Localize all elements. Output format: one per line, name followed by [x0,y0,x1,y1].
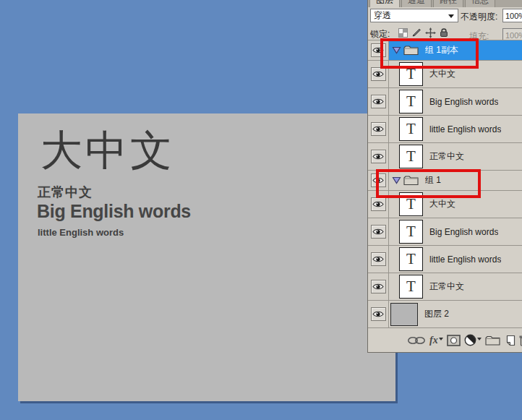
expand-triangle-icon[interactable] [392,176,401,184]
text-layer-thumbnail[interactable]: T [399,192,423,216]
layer-row[interactable]: Tlittle English words [368,116,522,143]
layer-name[interactable]: little English words [429,254,501,265]
visibility-cell [368,143,389,170]
layer-row[interactable]: Tlittle English words [368,246,522,273]
eye-icon [372,200,384,208]
layer-thumbnail[interactable] [390,303,418,326]
visibility-toggle[interactable] [371,307,386,321]
layer-row-content[interactable]: T正常中文 [389,273,522,300]
eye-icon [372,125,384,133]
text-thumb-glyph: T [406,120,416,138]
link-layers-icon[interactable] [407,336,426,345]
layer-row-content[interactable]: Tlittle English words [389,246,522,273]
visibility-cell [368,218,389,245]
adjustment-layer-icon[interactable] [464,334,482,346]
canvas-text-big-english: Big English words [37,201,191,222]
layer-name[interactable]: 正常中文 [429,150,464,163]
text-layer-thumbnail[interactable]: T [399,220,423,244]
eye-icon [372,255,384,263]
tab-layers[interactable]: 图层 [369,0,400,7]
eye-icon [372,176,384,184]
visibility-cell [368,273,389,300]
layer-row-content[interactable]: 图层 2 [389,301,522,327]
visibility-cell [368,191,389,218]
layer-group-row[interactable]: 组 1 [368,171,522,191]
tab-channels[interactable]: 通道 [401,0,432,7]
layer-row[interactable]: 图层 2 [368,301,522,328]
visibility-cell [368,61,389,87]
lock-position-icon[interactable] [425,27,436,38]
layer-name[interactable]: 组 1副本 [425,44,458,56]
tab-info[interactable]: 信息 [465,0,495,7]
layer-row-content[interactable]: TBig English words [389,218,522,245]
opacity-value[interactable]: 100% [502,9,522,22]
text-layer-thumbnail[interactable]: T [399,117,423,141]
layer-name[interactable]: Big English words [429,227,498,237]
layer-row-content[interactable]: T正常中文 [389,143,522,170]
tab-paths[interactable]: 路径 [433,0,463,7]
layer-mask-icon[interactable] [447,335,461,346]
eye-icon [372,70,384,78]
visibility-cell [368,301,389,327]
eye-icon [372,98,384,106]
canvas-text-little-english: little English words [38,227,124,238]
visibility-toggle[interactable] [371,67,386,81]
layer-row-content[interactable]: Tlittle English words [389,116,522,142]
visibility-cell [368,40,389,60]
layer-style-fx-icon[interactable]: fx [429,335,443,346]
layer-name[interactable]: 大中文 [429,198,455,210]
layer-row[interactable]: TBig English words [368,218,522,246]
layer-row[interactable]: TBig English words [368,88,522,116]
layer-row[interactable]: T正常中文 [368,273,522,301]
text-layer-thumbnail[interactable]: T [399,90,423,113]
lock-label: 锁定: [370,28,390,40]
delete-layer-icon[interactable] [519,335,522,346]
text-layer-thumbnail[interactable]: T [399,62,423,86]
visibility-toggle[interactable] [371,43,386,57]
text-layer-thumbnail[interactable]: T [399,145,423,168]
lock-all-icon[interactable] [440,27,448,38]
new-layer-icon[interactable] [504,335,515,346]
text-layer-thumbnail[interactable]: T [399,275,423,299]
text-thumb-glyph: T [406,250,416,268]
visibility-toggle[interactable] [371,95,386,108]
visibility-toggle[interactable] [371,280,386,293]
layer-name[interactable]: little English words [429,124,501,134]
layer-row[interactable]: T大中文 [368,191,522,218]
text-thumb-glyph: T [406,278,416,296]
layer-row-content[interactable]: T大中文 [389,191,522,218]
blend-mode-select[interactable]: 穿透 [370,9,458,22]
layer-name[interactable]: 图层 2 [424,308,449,320]
text-thumb-glyph: T [406,223,416,241]
visibility-toggle[interactable] [371,122,386,136]
visibility-toggle[interactable] [371,252,386,266]
layer-row-content[interactable]: TBig English words [389,88,522,115]
layer-row[interactable]: T正常中文 [368,143,522,171]
lock-pixels-icon[interactable] [411,27,422,38]
new-group-icon[interactable] [485,335,500,346]
text-layer-thumbnail[interactable]: T [399,247,423,271]
layer-name[interactable]: 正常中文 [429,280,464,293]
layer-name[interactable]: 组 1 [425,174,441,187]
layer-name[interactable]: 大中文 [429,68,455,80]
layer-group-row[interactable]: 组 1副本 [368,40,522,61]
expand-triangle-icon[interactable] [392,46,401,54]
visibility-toggle[interactable] [371,197,386,211]
layers-panel: 图层 通道 路径 信息 穿透 不透明度: 100% 锁定: 填充: 100% 组… [367,0,522,353]
eye-icon [372,228,384,236]
visibility-cell [368,88,389,115]
folder-icon [403,175,419,186]
visibility-toggle[interactable] [371,173,386,187]
document-canvas[interactable]: 大中文 正常中文 Big English words little Englis… [18,113,395,401]
layer-row-content[interactable]: T大中文 [389,61,522,87]
layer-row[interactable]: T大中文 [368,61,522,88]
layer-row-content[interactable]: 组 1副本 [389,40,522,60]
layer-row-content[interactable]: 组 1 [389,171,522,190]
blend-mode-value: 穿透 [374,9,391,22]
visibility-toggle[interactable] [371,150,386,163]
eye-icon [372,283,384,291]
visibility-toggle[interactable] [371,225,386,239]
layer-name[interactable]: Big English words [429,97,498,107]
text-thumb-glyph: T [406,195,416,213]
lock-transparency-icon[interactable] [398,28,408,38]
